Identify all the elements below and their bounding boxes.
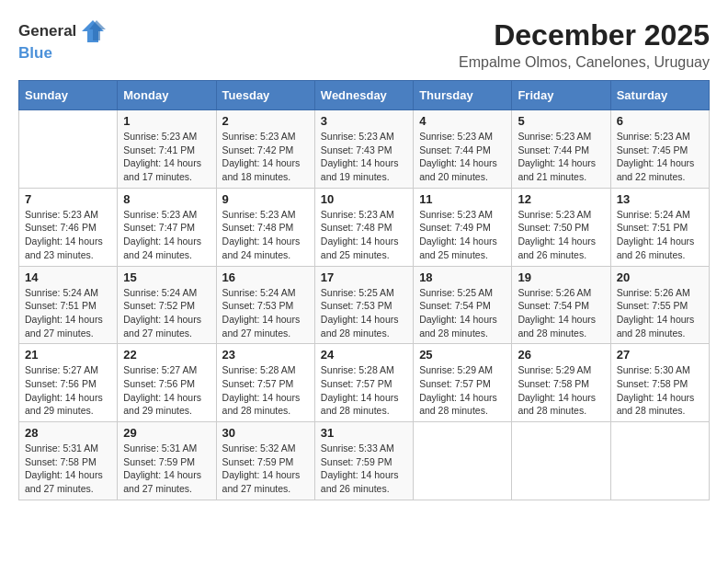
calendar-cell: 29 Sunrise: 5:31 AM Sunset: 7:59 PM Dayl… [118,422,216,500]
day-number: 20 [617,270,703,284]
sunset-text: Sunset: 7:58 PM [617,378,688,389]
daylight-text: Daylight: 14 hours and 17 minutes. [123,157,201,182]
sunrise-text: Sunrise: 5:23 AM [617,131,690,142]
day-number: 4 [419,114,506,128]
calendar-week-row: 7 Sunrise: 5:23 AM Sunset: 7:46 PM Dayli… [19,188,710,266]
title-area: December 2025 Empalme Olmos, Canelones, … [459,18,710,71]
day-number: 7 [25,192,111,206]
sunrise-text: Sunrise: 5:26 AM [617,287,690,298]
sunset-text: Sunset: 7:50 PM [518,222,589,233]
calendar-cell: 3 Sunrise: 5:23 AM Sunset: 7:43 PM Dayli… [314,110,413,189]
col-tuesday: Tuesday [216,81,314,110]
sunrise-text: Sunrise: 5:28 AM [222,364,296,375]
daylight-text: Daylight: 14 hours and 22 minutes. [617,157,695,182]
daylight-text: Daylight: 14 hours and 24 minutes. [222,236,301,260]
day-number: 10 [321,192,407,206]
sunrise-text: Sunrise: 5:23 AM [419,209,493,220]
sunrise-text: Sunrise: 5:23 AM [321,131,394,142]
sunset-text: Sunset: 7:58 PM [518,378,589,389]
sunset-text: Sunset: 7:48 PM [321,222,392,233]
daylight-text: Daylight: 14 hours and 20 minutes. [419,157,497,182]
calendar-cell: 23 Sunrise: 5:28 AM Sunset: 7:57 PM Dayl… [216,344,314,422]
day-number: 13 [617,192,703,206]
logo-blue-text: Blue [18,44,52,63]
sunrise-text: Sunrise: 5:31 AM [25,442,98,454]
day-info: Sunrise: 5:23 AM Sunset: 7:41 PM Dayligh… [123,130,210,184]
sunset-text: Sunset: 7:42 PM [222,144,294,155]
day-number: 25 [419,348,506,362]
sunrise-text: Sunrise: 5:23 AM [222,131,296,142]
sunset-text: Sunset: 7:47 PM [123,222,195,233]
day-info: Sunrise: 5:33 AM Sunset: 7:59 PM Dayligh… [321,442,407,496]
day-number: 18 [419,270,506,284]
daylight-text: Daylight: 14 hours and 28 minutes. [518,314,596,339]
sunset-text: Sunset: 7:45 PM [617,144,688,155]
sunset-text: Sunset: 7:57 PM [222,378,294,389]
daylight-text: Daylight: 14 hours and 23 minutes. [25,236,103,260]
day-number: 5 [518,114,604,128]
daylight-text: Daylight: 14 hours and 27 minutes. [123,469,201,494]
calendar-cell: 14 Sunrise: 5:24 AM Sunset: 7:51 PM Dayl… [19,266,118,344]
day-number: 26 [518,348,604,362]
daylight-text: Daylight: 14 hours and 28 minutes. [321,392,399,417]
sunrise-text: Sunrise: 5:23 AM [419,131,493,142]
calendar-cell [19,110,118,189]
sunset-text: Sunset: 7:55 PM [617,300,688,311]
sunrise-text: Sunrise: 5:31 AM [123,442,197,454]
calendar-cell: 2 Sunrise: 5:23 AM Sunset: 7:42 PM Dayli… [216,110,314,189]
calendar-cell: 4 Sunrise: 5:23 AM Sunset: 7:44 PM Dayli… [414,110,512,189]
day-number: 8 [123,192,210,206]
calendar-cell: 27 Sunrise: 5:30 AM Sunset: 7:58 PM Dayl… [610,344,709,422]
sunset-text: Sunset: 7:46 PM [25,222,97,233]
daylight-text: Daylight: 14 hours and 29 minutes. [25,392,103,417]
calendar-cell: 1 Sunrise: 5:23 AM Sunset: 7:41 PM Dayli… [118,110,216,189]
daylight-text: Daylight: 14 hours and 27 minutes. [222,314,301,339]
day-number: 23 [222,348,309,362]
day-info: Sunrise: 5:23 AM Sunset: 7:46 PM Dayligh… [25,208,111,262]
calendar-cell: 16 Sunrise: 5:24 AM Sunset: 7:53 PM Dayl… [216,266,314,344]
calendar-cell: 22 Sunrise: 5:27 AM Sunset: 7:56 PM Dayl… [118,344,216,422]
sunrise-text: Sunrise: 5:27 AM [25,364,98,375]
calendar-cell: 8 Sunrise: 5:23 AM Sunset: 7:47 PM Dayli… [118,188,216,266]
calendar-cell: 12 Sunrise: 5:23 AM Sunset: 7:50 PM Dayl… [512,188,610,266]
sunset-text: Sunset: 7:43 PM [321,144,392,155]
daylight-text: Daylight: 14 hours and 26 minutes. [617,236,695,260]
sunset-text: Sunset: 7:59 PM [222,456,294,467]
daylight-text: Daylight: 14 hours and 29 minutes. [123,392,201,417]
day-number: 28 [25,426,111,440]
sunset-text: Sunset: 7:56 PM [123,378,195,389]
col-wednesday: Wednesday [314,81,413,110]
day-number: 3 [321,114,407,128]
sunrise-text: Sunrise: 5:24 AM [25,287,98,298]
sunset-text: Sunset: 7:53 PM [222,300,294,311]
day-info: Sunrise: 5:25 AM Sunset: 7:54 PM Dayligh… [419,286,506,340]
calendar-cell: 17 Sunrise: 5:25 AM Sunset: 7:53 PM Dayl… [314,266,413,344]
day-info: Sunrise: 5:27 AM Sunset: 7:56 PM Dayligh… [25,363,111,418]
sunset-text: Sunset: 7:52 PM [123,300,195,311]
day-number: 15 [123,270,210,284]
day-number: 24 [321,348,407,362]
day-number: 1 [123,114,210,128]
day-number: 19 [518,270,604,284]
calendar-header-row: Sunday Monday Tuesday Wednesday Thursday… [19,81,710,110]
day-info: Sunrise: 5:31 AM Sunset: 7:58 PM Dayligh… [25,442,111,496]
daylight-text: Daylight: 14 hours and 28 minutes. [419,314,497,339]
calendar-cell: 30 Sunrise: 5:32 AM Sunset: 7:59 PM Dayl… [216,422,314,500]
calendar-cell: 9 Sunrise: 5:23 AM Sunset: 7:48 PM Dayli… [216,188,314,266]
sunrise-text: Sunrise: 5:25 AM [419,287,493,298]
daylight-text: Daylight: 14 hours and 26 minutes. [518,236,596,260]
day-number: 29 [123,426,210,440]
day-info: Sunrise: 5:28 AM Sunset: 7:57 PM Dayligh… [222,363,309,418]
day-info: Sunrise: 5:23 AM Sunset: 7:50 PM Dayligh… [518,208,604,262]
sunrise-text: Sunrise: 5:24 AM [222,287,296,298]
day-info: Sunrise: 5:23 AM Sunset: 7:44 PM Dayligh… [518,130,604,184]
location-subtitle: Empalme Olmos, Canelones, Uruguay [459,54,710,71]
calendar-cell: 31 Sunrise: 5:33 AM Sunset: 7:59 PM Dayl… [314,422,413,500]
sunrise-text: Sunrise: 5:30 AM [617,364,690,375]
logo-icon [80,18,106,44]
month-title: December 2025 [459,18,710,52]
sunset-text: Sunset: 7:57 PM [419,378,491,389]
daylight-text: Daylight: 14 hours and 27 minutes. [222,469,301,494]
day-info: Sunrise: 5:24 AM Sunset: 7:53 PM Dayligh… [222,286,309,340]
daylight-text: Daylight: 14 hours and 25 minutes. [321,236,399,260]
